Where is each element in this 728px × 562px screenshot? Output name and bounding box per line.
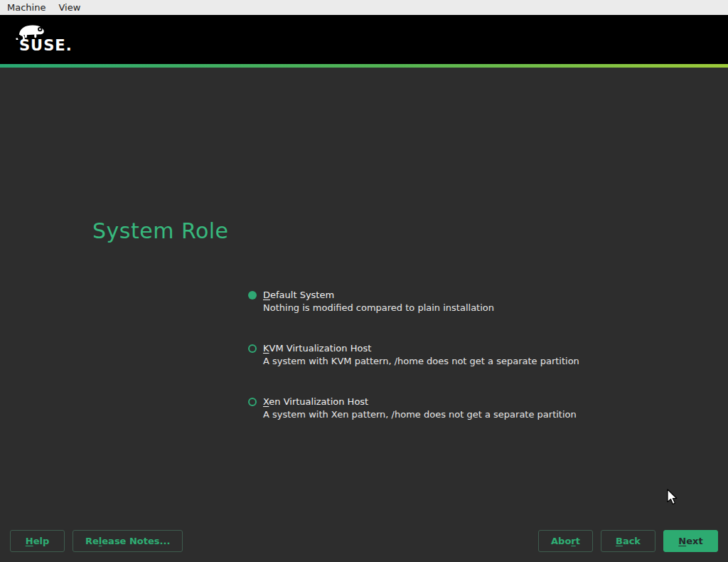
option-text: Xen Virtualization Host A system with Xe… (263, 396, 577, 421)
footer-left-buttons: Help Release Notes... (10, 530, 183, 552)
option-description-xen-host: A system with Xen pattern, /home does no… (263, 408, 577, 421)
installer-window: Machine View SUSE. System Role Default (0, 0, 728, 562)
system-role-options: Default System Nothing is modified compa… (248, 289, 579, 421)
footer-right-buttons: Abort Back Next (538, 530, 718, 552)
radio-option-default-system[interactable]: Default System Nothing is modified compa… (248, 289, 579, 314)
back-button[interactable]: Back (601, 530, 655, 552)
radio-option-kvm-host[interactable]: KVM Virtualization Host A system with KV… (248, 342, 579, 368)
radio-selected-icon[interactable] (248, 291, 257, 299)
suse-logo: SUSE. (9, 20, 73, 54)
option-label-kvm-host[interactable]: KVM Virtualization Host (263, 342, 579, 355)
suse-brand-text: SUSE. (19, 37, 73, 54)
header-banner: SUSE. (0, 15, 728, 64)
content-area: System Role Default System Nothing is mo… (0, 68, 728, 562)
release-notes-button[interactable]: Release Notes... (73, 530, 183, 552)
option-text: KVM Virtualization Host A system with KV… (263, 342, 579, 368)
option-description-kvm-host: A system with KVM pattern, /home does no… (263, 355, 579, 368)
menu-machine[interactable]: Machine (7, 2, 46, 13)
next-button[interactable]: Next (663, 530, 718, 552)
radio-option-xen-host[interactable]: Xen Virtualization Host A system with Xe… (248, 396, 579, 421)
page-title: System Role (92, 218, 229, 243)
option-label-xen-host[interactable]: Xen Virtualization Host (263, 396, 577, 408)
radio-unselected-icon[interactable] (248, 398, 257, 406)
menu-view[interactable]: View (58, 2, 80, 13)
radio-unselected-icon[interactable] (248, 344, 257, 353)
option-text: Default System Nothing is modified compa… (263, 289, 494, 314)
option-description-default-system: Nothing is modified compared to plain in… (263, 302, 494, 314)
abort-button[interactable]: Abort (538, 530, 593, 552)
vm-menu-bar: Machine View (0, 0, 728, 15)
option-label-default-system[interactable]: Default System (263, 289, 494, 302)
help-button[interactable]: Help (10, 530, 65, 552)
